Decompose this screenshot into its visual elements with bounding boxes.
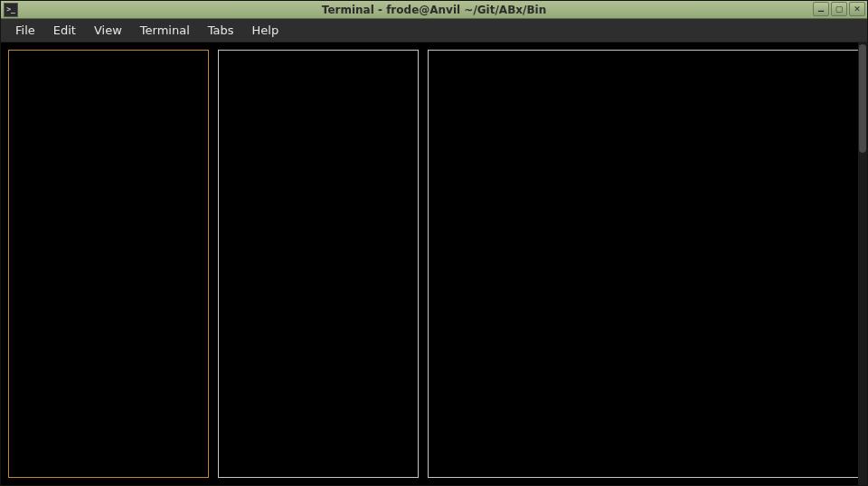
menu-view[interactable]: View [85,21,131,40]
window-titlebar[interactable]: Terminal - frode@Anvil ~/Git/ABx/Bin [1,1,867,19]
scrollbar-thumb[interactable] [859,44,866,153]
minimize-button[interactable] [813,2,829,16]
scrollbar-track[interactable] [858,42,867,485]
menu-tabs[interactable]: Tabs [199,21,243,40]
window-title: Terminal - frode@Anvil ~/Git/ABx/Bin [1,4,867,16]
terminal-icon [4,3,18,17]
menu-edit[interactable]: Edit [44,21,85,40]
menu-help[interactable]: Help [243,21,288,40]
terminal-pane-1[interactable] [8,50,209,478]
close-button[interactable] [849,2,865,16]
menu-terminal[interactable]: Terminal [131,21,199,40]
terminal-pane-3[interactable] [428,50,860,478]
window-controls [813,2,865,16]
menubar: File Edit View Terminal Tabs Help [1,19,867,42]
menu-file[interactable]: File [6,21,44,40]
maximize-button[interactable] [831,2,847,16]
terminal-pane-2[interactable] [218,50,419,478]
terminal-content[interactable] [1,42,867,485]
